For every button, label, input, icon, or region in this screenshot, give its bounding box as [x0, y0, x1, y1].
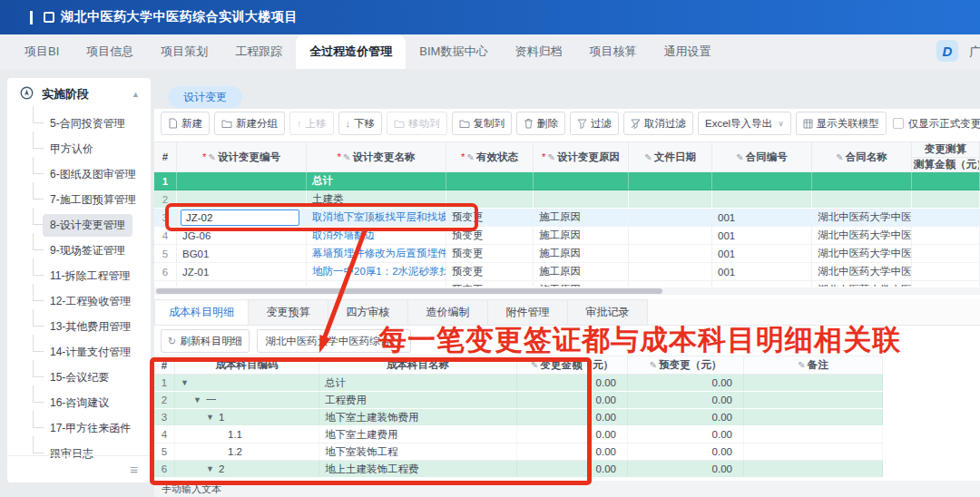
scrollbar-thumb[interactable]: [156, 288, 662, 294]
change-row-group[interactable]: 2 土建类: [154, 190, 980, 209]
column-header-contract-name[interactable]: ✎合同名称: [812, 142, 912, 171]
column-header-pre-change[interactable]: ✎预变更（元）: [628, 356, 744, 374]
edit-icon: ✎: [798, 360, 805, 370]
filter-button[interactable]: 过滤: [570, 112, 619, 135]
nav-tab-project-info[interactable]: 项目信息: [73, 34, 147, 69]
user-menu[interactable]: 广: [969, 44, 980, 61]
chevron-down-icon: ∨: [778, 119, 784, 128]
nav-tab-bim-data[interactable]: BIM数据中心: [406, 34, 501, 69]
cost-row-basement-civil[interactable]: 4 1.1 地下室土建费用 0.00 0.00: [154, 426, 883, 443]
column-header-remark[interactable]: ✎备注: [744, 356, 883, 374]
sidebar-item-site-visa[interactable]: 9-现场签证管理: [7, 238, 151, 263]
column-header-status[interactable]: *✎有效状态: [446, 142, 534, 171]
change-row-partial[interactable]: 7 预变更 施工原因 001 湖北中医药大学中医药...: [154, 281, 980, 287]
column-header-calc-group[interactable]: 变更测算 ✎测算金额（元）: [912, 142, 980, 171]
manual-input-hint: 手动输入文本: [154, 481, 980, 497]
hamburger-icon[interactable]: ≡: [130, 462, 138, 477]
detail-tabs: 成本科目明细 变更预算 四方审核 造价编制 附件管理 审批记录: [154, 299, 980, 326]
nav-tab-settings[interactable]: 通用设置: [650, 34, 724, 69]
cost-row-basement-deco[interactable]: 5 1.2 地下室装饰工程 0.00 0.00: [154, 443, 883, 461]
tab-change-budget[interactable]: 变更预算: [249, 299, 328, 325]
show-model-button[interactable]: 显示关联模型: [796, 112, 887, 135]
tab-attachments[interactable]: 附件管理: [488, 299, 568, 325]
change-name-link[interactable]: 地防一中20厚1：2水泥砂浆找平...: [312, 265, 446, 278]
tab-four-party-review[interactable]: 四方审核: [328, 299, 408, 325]
move-up-button[interactable]: ↑ 上移: [289, 112, 334, 135]
new-group-button[interactable]: 新建分组: [214, 112, 285, 135]
move-down-button[interactable]: ↓ 下移: [338, 112, 383, 135]
only-formal-change-toggle[interactable]: 仅显示正式变更: [891, 117, 980, 131]
sidebar-item-acceptance[interactable]: 12-工程验收管理: [7, 288, 151, 314]
edit-icon: ✎: [650, 360, 657, 370]
edit-icon: ✎: [467, 152, 475, 162]
sidebar-item-contract-investment[interactable]: 5-合同投资管理: [7, 111, 151, 136]
nav-tab-project-bi[interactable]: 项目BI: [11, 34, 73, 69]
change-row-jz01[interactable]: 6 JZ-01 地防一中20厚1：2水泥砂浆找平... 预变更 施工原因 001…: [154, 263, 980, 281]
required-asterisk: *: [461, 151, 465, 162]
change-row-total[interactable]: 1 总计: [154, 172, 980, 190]
project-icon: [44, 12, 54, 23]
sidebar-item-payment[interactable]: 14-计量支付管理: [7, 339, 151, 365]
project-select-dropdown[interactable]: 湖北中医药大学中医药综合 ∨: [257, 329, 411, 353]
excel-import-export-button[interactable]: Excel导入导出 ∨: [698, 112, 791, 135]
cost-table-body: 1 ▼ 总计 0.00 0.00 2 ▼一 工程费用 0.00 0.00 3 ▼…: [154, 375, 883, 478]
expand-arrow-icon[interactable]: ▼: [181, 378, 189, 387]
column-header-subject-code[interactable]: 成本科目编码: [175, 356, 319, 374]
cost-row-total[interactable]: 1 ▼ 总计 0.00 0.00: [154, 375, 883, 392]
column-header-change-amount[interactable]: ✎变更金额（元）: [517, 356, 628, 374]
checkbox-icon[interactable]: [893, 118, 904, 129]
change-row-jz02[interactable]: 3 取消地下室顶板找平层和找坡层 预变更 施工原因 001 湖北中医药大学中医药…: [154, 209, 980, 227]
nav-tab-project-tracking[interactable]: 工程跟踪: [221, 34, 296, 69]
cost-row-aboveground-civil-deco[interactable]: 6 ▼2 地上土建装饰工程费 0.00 0.00: [154, 461, 883, 478]
refresh-subject-button[interactable]: ↻ 刷新科目明细: [161, 329, 250, 353]
edit-icon: ✎: [644, 152, 652, 162]
cost-table-header: # 成本科目编码 成本科目名称 ✎变更金额（元） ✎预变更（元） ✎备注: [154, 356, 883, 375]
tab-cost-subject-detail[interactable]: 成本科目明细: [154, 299, 249, 325]
expand-arrow-icon[interactable]: ▼: [206, 413, 214, 422]
page-tab-design-change[interactable]: 设计变更: [168, 86, 242, 108]
sidebar-item-consulting[interactable]: 16-咨询建议: [7, 390, 151, 415]
sidebar-item-design-change[interactable]: 8-设计变更管理: [7, 212, 151, 238]
column-header-contract-no[interactable]: ✎合同编号: [712, 142, 812, 171]
cost-row-basement-civil-deco[interactable]: 3 ▼1 地下室土建装饰费用 0.00 0.00: [154, 409, 883, 426]
sidebar-header-label: 实施阶段: [42, 86, 132, 102]
change-name-link[interactable]: 幕墙预埋件修改为后置预埋件+化...: [312, 247, 446, 260]
collapse-caret-icon[interactable]: ▲: [132, 90, 140, 99]
nav-tab-project-planning[interactable]: 项目策划: [147, 34, 221, 69]
change-code-input[interactable]: [181, 210, 299, 226]
nav-tab-accounting[interactable]: 项目核算: [575, 34, 650, 69]
change-name-link[interactable]: 取消外墙翻边: [312, 229, 375, 242]
tab-cost-compilation[interactable]: 造价编制: [408, 299, 488, 325]
new-button[interactable]: 新建: [161, 112, 210, 135]
column-header-reason[interactable]: *✎设计变更原因: [534, 142, 629, 171]
column-header-file-date[interactable]: ✎文件日期: [629, 142, 712, 171]
move-to-button[interactable]: 移动到: [387, 112, 447, 135]
sidebar-item-owner-pricing[interactable]: 甲方认价: [7, 136, 151, 161]
edit-icon: ✎: [736, 152, 743, 162]
sidebar-item-construction-budget[interactable]: 7-施工图预算管理: [7, 187, 151, 212]
filter-icon: [577, 119, 587, 129]
column-header-subject-name[interactable]: 成本科目名称: [319, 356, 517, 374]
nav-tab-cost-management[interactable]: 全过程造价管理: [296, 34, 406, 69]
copy-to-button[interactable]: 复制到: [452, 112, 513, 135]
nav-tab-archive[interactable]: 资料归档: [501, 34, 575, 69]
expand-arrow-icon[interactable]: ▼: [193, 395, 201, 404]
delete-button[interactable]: 删除: [516, 112, 565, 135]
expand-arrow-icon[interactable]: ▼: [206, 464, 214, 473]
sidebar-item-drawing-review[interactable]: 6-图纸及图审管理: [7, 161, 151, 187]
required-asterisk: *: [202, 151, 206, 162]
tab-approval-records[interactable]: 审批记录: [568, 299, 648, 325]
change-name-link[interactable]: 取消地下室顶板找平层和找坡层: [312, 210, 446, 224]
sidebar-header[interactable]: 实施阶段 ▲: [7, 78, 151, 111]
column-header-change-name[interactable]: *✎设计变更名称: [307, 142, 446, 171]
sidebar-item-other-fees[interactable]: 13-其他费用管理: [7, 314, 151, 339]
cancel-filter-button[interactable]: 取消过滤: [623, 112, 693, 135]
sidebar-item-demolition[interactable]: 11-拆除工程管理: [7, 263, 151, 288]
cost-row-project-fee[interactable]: 2 ▼一 工程费用 0.00 0.00: [154, 392, 883, 409]
column-header-change-code[interactable]: *✎设计变更编号: [177, 142, 307, 171]
change-row-bg01[interactable]: 5 BG01 幕墙预埋件修改为后置预埋件+化... 预变更 施工原因 001 湖…: [154, 245, 980, 263]
sidebar-item-meeting-minutes[interactable]: 15-会议纪要: [7, 365, 151, 390]
sidebar-item-owner-letters[interactable]: 17-甲方往来函件: [7, 415, 151, 441]
change-row-jg06[interactable]: 4 JG-06 取消外墙翻边 预变更 施工原因 001 湖北中医药大学中医药..…: [154, 227, 980, 245]
arrow-up-icon: ↑: [297, 118, 302, 129]
